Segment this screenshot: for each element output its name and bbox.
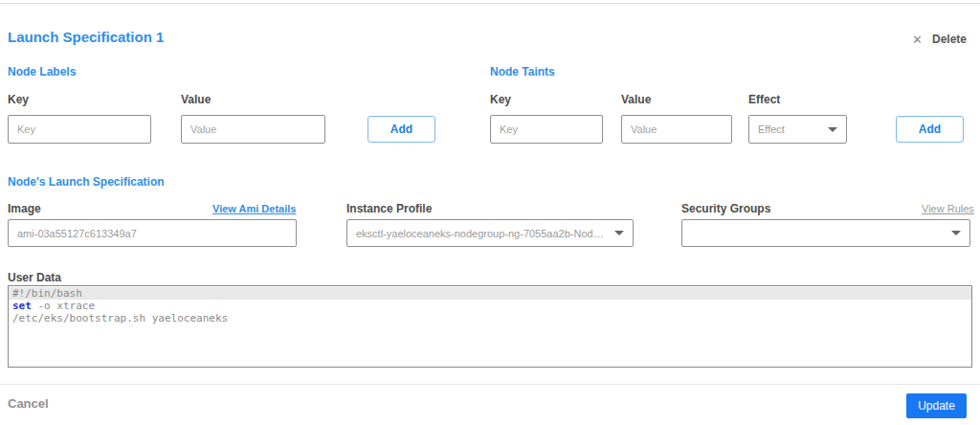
image-label: Image [8,202,41,215]
instance-profile-select[interactable]: eksctl-yaeloceaneks-nodegroup-ng-7055aa2… [346,219,634,247]
page-title: Launch Specification 1 [8,29,164,45]
image-input[interactable] [8,219,297,247]
node-labels-key-input[interactable] [8,115,151,144]
code-line: /etc/eks/bootstrap.sh yaeloceaneks [9,312,971,324]
node-labels-key-label: Key [8,93,29,106]
code-line: #!/bin/bash [9,287,971,300]
view-rules-link[interactable]: View Rules [922,203,974,214]
node-taints-add-button[interactable]: Add [896,116,964,143]
user-data-label: User Data [8,271,61,284]
cancel-button[interactable]: Cancel [8,396,49,411]
delete-button[interactable]: ✕ Delete [912,33,967,46]
instance-profile-value: eksctl-yaeloceaneks-nodegroup-ng-7055aa2… [356,228,607,239]
instance-profile-label: Instance Profile [346,202,432,215]
node-taints-value-input[interactable] [621,115,732,144]
node-taints-effect-label: Effect [748,93,780,106]
node-taints-heading: Node Taints [490,65,555,78]
chevron-down-icon [951,231,961,235]
footer-divider [0,384,980,385]
chevron-down-icon [828,127,837,132]
node-taints-value-label: Value [621,93,651,106]
delete-button-label: Delete [932,33,967,46]
code-keyword: set [12,300,32,312]
update-button[interactable]: Update [906,393,967,418]
launch-spec-heading: Node's Launch Specification [8,175,165,189]
node-taints-key-input[interactable] [490,115,603,144]
node-labels-heading: Node Labels [8,65,76,78]
node-labels-value-label: Value [181,93,211,106]
close-x-icon: ✕ [912,34,923,46]
node-labels-add-button[interactable]: Add [368,116,435,143]
node-taints-effect-select[interactable]: Effect [748,115,847,144]
chevron-down-icon [614,231,624,235]
effect-select-placeholder: Effect [758,123,820,135]
view-ami-details-link[interactable]: View Ami Details [212,203,296,214]
node-labels-value-input[interactable] [181,115,325,144]
security-groups-label: Security Groups [681,202,770,215]
code-line: set -o xtrace [9,300,971,312]
node-taints-key-label: Key [490,93,511,106]
security-groups-select[interactable] [681,219,970,247]
top-divider [0,3,980,4]
user-data-editor[interactable]: #!/bin/bash set -o xtrace /etc/eks/boots… [8,285,972,368]
